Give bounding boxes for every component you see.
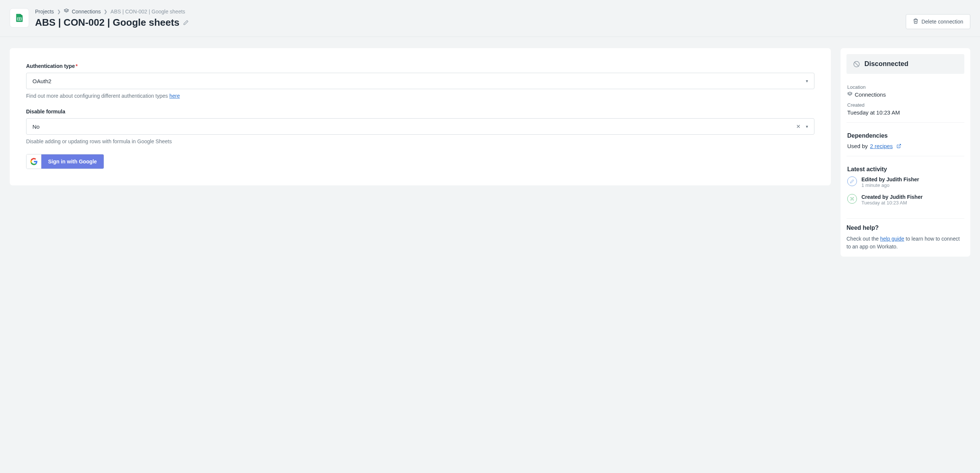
svg-point-12 [853, 199, 854, 200]
help-guide-link[interactable]: help guide [880, 236, 904, 242]
google-logo-icon [27, 154, 41, 169]
delete-connection-button[interactable]: Delete connection [906, 14, 970, 29]
svg-point-11 [851, 199, 851, 200]
breadcrumb: Projects ❯ Connections ❯ ABS | CON-002 |… [35, 8, 189, 14]
auth-type-label: Authentication type* [26, 63, 815, 69]
page-title: ABS | CON-002 | Google sheets [35, 17, 179, 29]
chevron-down-icon: ▼ [805, 124, 809, 129]
breadcrumb-projects[interactable]: Projects [35, 9, 54, 14]
stack-icon [64, 8, 69, 13]
svg-line-5 [854, 62, 859, 66]
chevron-right-icon: ❯ [57, 9, 61, 14]
trash-icon [913, 18, 918, 25]
breadcrumb-connections[interactable]: Connections [64, 8, 101, 14]
dependencies-value: Used by 2 recipes [847, 143, 964, 149]
breadcrumb-current: ABS | CON-002 | Google sheets [110, 9, 185, 14]
chevron-right-icon: ❯ [103, 9, 107, 14]
edit-activity-icon [847, 177, 857, 186]
svg-point-9 [851, 197, 851, 198]
svg-marker-3 [64, 9, 68, 11]
disable-formula-label: Disable formula [26, 108, 815, 115]
auth-type-help-link[interactable]: here [169, 93, 180, 99]
external-link-icon [896, 143, 901, 148]
auth-type-help: Find out more about configuring differen… [26, 93, 815, 99]
svg-marker-6 [848, 92, 852, 94]
connection-status: Disconnected [846, 54, 964, 74]
dependencies-heading: Dependencies [847, 132, 964, 139]
sign-in-with-google-button[interactable]: Sign in with Google [26, 154, 104, 169]
connection-form-card: Authentication type* OAuth2 ▼ Find out m… [10, 48, 831, 185]
location-label: Location [847, 84, 964, 90]
chevron-down-icon: ▼ [805, 79, 809, 83]
google-sheets-icon [10, 8, 29, 28]
clear-icon[interactable]: ✕ [796, 123, 801, 129]
disable-formula-select[interactable]: No ✕ ▼ [26, 118, 815, 135]
activity-item: Edited by Judith Fisher 1 minute ago [847, 177, 964, 188]
stack-icon [847, 91, 853, 98]
created-label: Created [847, 102, 964, 108]
svg-point-10 [853, 197, 854, 198]
activity-item: Created by Judith Fisher Tuesday at 10:2… [847, 194, 964, 205]
page-header: Projects ❯ Connections ❯ ABS | CON-002 |… [0, 0, 980, 37]
svg-point-8 [852, 199, 853, 199]
auth-type-select[interactable]: OAuth2 ▼ [26, 73, 815, 89]
disconnected-icon [853, 61, 860, 67]
recipes-link[interactable]: 2 recipes [870, 143, 893, 149]
need-help-text: Check out the help guide to learn how to… [846, 235, 964, 251]
created-value: Tuesday at 10:23 AM [847, 109, 964, 116]
details-sidebar: Disconnected Location Connections Create… [840, 48, 970, 256]
need-help-heading: Need help? [846, 225, 964, 231]
edit-title-icon[interactable] [183, 20, 189, 25]
activity-heading: Latest activity [847, 166, 964, 173]
create-activity-icon [847, 194, 857, 204]
disable-formula-help: Disable adding or updating rows with for… [26, 139, 815, 144]
location-value: Connections [847, 91, 964, 98]
svg-line-7 [898, 144, 900, 147]
